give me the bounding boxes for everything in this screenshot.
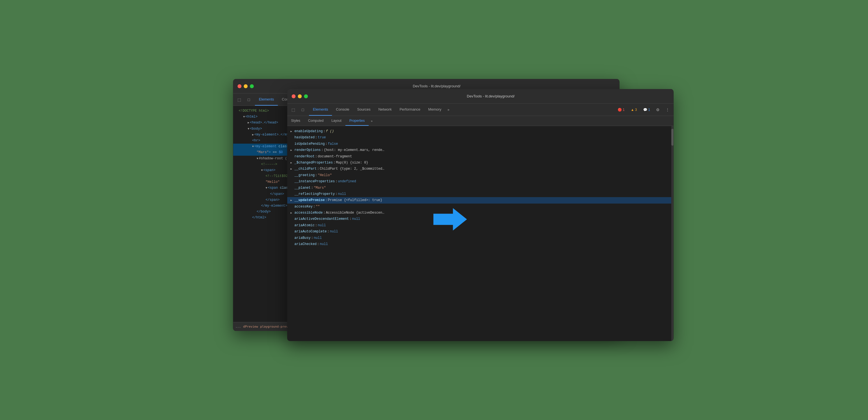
devtools-window-front: DevTools - lit.dev/playground/ ⬚ □ Eleme… — [287, 89, 674, 341]
tab-elements-front[interactable]: Elements — [309, 103, 332, 116]
prop-renderRoot-f: renderRoot : document-fragment — [287, 153, 672, 159]
prop-accessKey-f: accessKey : "" — [287, 204, 672, 210]
window-title-front: DevTools - lit.dev/playground/ — [312, 94, 669, 98]
tab-elements-back[interactable]: Elements — [255, 93, 278, 106]
tab-memory-front[interactable]: Memory — [424, 103, 445, 116]
panel-more-front[interactable]: » — [369, 116, 375, 126]
info-badge-front: 💬 1 — [641, 107, 652, 113]
prop-changedProperties-f: ▶ _$changedProperties : Map(0) {size: 0} — [287, 159, 672, 166]
device-icon-front[interactable]: □ — [299, 106, 307, 114]
main-content-front: Styles Computed Layout Properties » ▶ en… — [287, 116, 674, 341]
prop-childPart-f: ▶ __childPart : ChildPart {type: 2, _$co… — [287, 166, 672, 172]
svg-marker-0 — [433, 208, 467, 231]
tab-console-front[interactable]: Console — [332, 103, 353, 116]
prop-ariaAutoComplete-f: ariaAutoComplete : null — [287, 229, 672, 235]
prop-instanceProperties-f: __instanceProperties : undefined — [287, 178, 672, 184]
prop-ariaActiveDescendantElement-f: ariaActiveDescendantElement : null — [287, 216, 672, 222]
blue-arrow — [433, 208, 467, 232]
settings-icon-front[interactable]: ⚙ — [654, 106, 662, 114]
prop-hasUpdated-f: hasUpdated : true — [287, 134, 672, 141]
tab-properties-front[interactable]: Properties — [345, 116, 369, 126]
tab-computed-front[interactable]: Computed — [304, 116, 327, 126]
cursor-icon[interactable]: ⬚ — [235, 96, 243, 103]
panel-tabs-front: Styles Computed Layout Properties » — [287, 116, 674, 126]
breadcrumb-dots: ... — [235, 325, 241, 328]
prop-ariaAtomic-f: ariaAtomic : null — [287, 222, 672, 229]
tab-icons: ⬚ □ — [235, 93, 253, 106]
error-badge-front: 🔴 1 — [615, 107, 627, 113]
properties-container-front: ▶ enableUpdating : f () hasUpdated : tru… — [287, 126, 674, 341]
maximize-button-front[interactable] — [304, 94, 308, 98]
prop-accessibleNode-f: ▶ accessibleNode : AccessibleNode {activ… — [287, 210, 672, 216]
minimize-button[interactable] — [244, 84, 248, 88]
close-button-front[interactable] — [292, 94, 296, 98]
close-button[interactable] — [238, 84, 241, 88]
tab-sources-front[interactable]: Sources — [353, 103, 375, 116]
breadcrumb-item[interactable]: dPreview — [243, 325, 258, 328]
prop-planet-f: __planet : "Mars" — [287, 185, 672, 191]
tab-styles-front[interactable]: Styles — [287, 116, 304, 126]
right-panel-front: Styles Computed Layout Properties » ▶ en… — [287, 116, 674, 341]
tab-more-front[interactable]: » — [445, 103, 452, 116]
tab-network-front[interactable]: Network — [374, 103, 396, 116]
scroll-thumb-front[interactable] — [672, 129, 674, 146]
prop-isUpdatePending-f: isUpdatePending : false — [287, 141, 672, 147]
title-bar-front: DevTools - lit.dev/playground/ — [287, 89, 674, 103]
traffic-lights-front — [292, 94, 308, 98]
prop-ariaChecked-f: ariaChecked : null — [287, 241, 672, 247]
tab-layout-front[interactable]: Layout — [328, 116, 345, 126]
cursor-icon-front[interactable]: ⬚ — [289, 106, 297, 114]
tab-icons-front: ⬚ □ — [289, 103, 307, 116]
maximize-button[interactable] — [250, 84, 254, 88]
tab-performance-front[interactable]: Performance — [396, 103, 424, 116]
scrollbar-front[interactable] — [672, 126, 674, 341]
window-title-back: DevTools - lit.dev/playground/ — [258, 84, 615, 88]
tab-actions-front: 🔴 1 ▲ 3 💬 1 ⚙ ⋮ — [615, 103, 672, 116]
minimize-button-front[interactable] — [298, 94, 302, 98]
prop-greeting-f: __greeting : "Hello" — [287, 172, 672, 178]
prop-ariaBusy-f: ariaBusy : null — [287, 235, 672, 241]
prop-updatePromise-f: ▶ __updatePromise : Promise {<fulfilled>… — [287, 197, 672, 203]
tab-bar-front: ⬚ □ Elements Console Sources Network Per… — [287, 103, 674, 116]
properties-panel-front[interactable]: ▶ enableUpdating : f () hasUpdated : tru… — [287, 126, 672, 341]
prop-reflectingProperty-f: __reflectingProperty : null — [287, 191, 672, 197]
more-options-icon-front[interactable]: ⋮ — [663, 106, 672, 114]
traffic-lights-back — [238, 84, 254, 88]
prop-renderOptions-f: ▶ renderOptions : {host: my-element.mars… — [287, 147, 672, 153]
device-icon[interactable]: □ — [245, 96, 253, 103]
warning-badge-front: ▲ 3 — [629, 107, 639, 113]
prop-enableUpdating-f: ▶ enableUpdating : f () — [287, 128, 672, 134]
